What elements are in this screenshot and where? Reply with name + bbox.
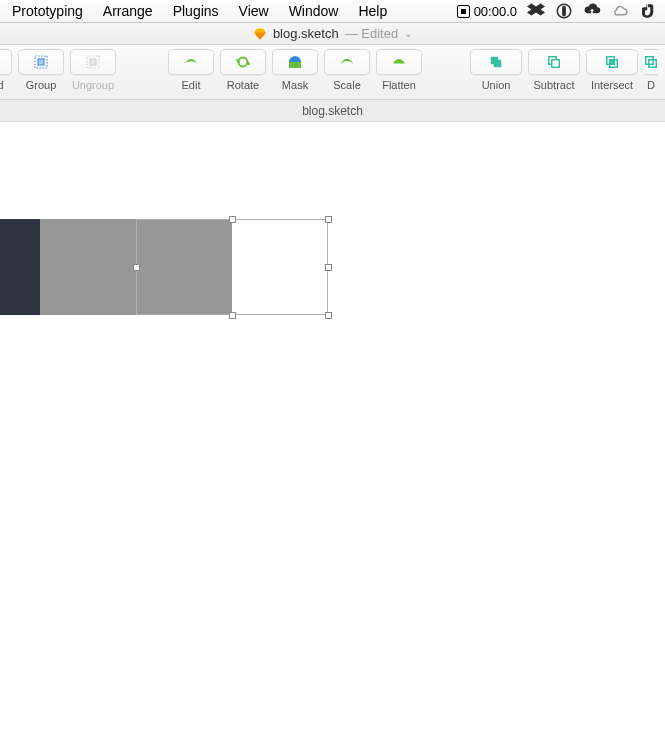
menu-plugins[interactable]: Plugins [163, 0, 229, 22]
cloud-upload-icon[interactable] [583, 2, 601, 20]
tool-scale[interactable]: Scale [324, 49, 370, 91]
stop-icon [457, 5, 470, 18]
tool-backward-label: kward [0, 79, 4, 91]
tool-union[interactable]: Union [470, 49, 522, 91]
window-titlebar: blog.sketch — Edited ⌄ [0, 23, 665, 45]
document-status: — Edited [345, 26, 398, 41]
menu-arrange[interactable]: Arrange [93, 0, 163, 22]
menubar-right: 00:00.0 [457, 2, 663, 20]
tool-edit[interactable]: Edit [168, 49, 214, 91]
selection-rect[interactable] [136, 219, 328, 315]
tool-flatten[interactable]: Flatten [376, 49, 422, 91]
creative-cloud-icon[interactable] [611, 2, 629, 20]
document-name: blog.sketch [273, 26, 339, 41]
tool-backward[interactable]: kward [0, 49, 12, 91]
svg-rect-11 [494, 60, 502, 68]
menu-window[interactable]: Window [279, 0, 349, 22]
tool-group[interactable]: Group [18, 49, 64, 91]
tool-rotate-label: Rotate [227, 79, 259, 91]
sketch-doc-icon [253, 27, 267, 41]
tool-group-label: Group [26, 79, 57, 91]
handle-top-right[interactable] [325, 216, 332, 223]
onepassword-icon[interactable] [555, 2, 573, 20]
tool-intersect-label: Intersect [591, 79, 633, 91]
tool-difference-label: D [647, 79, 655, 91]
svg-rect-5 [38, 59, 44, 65]
menu-view[interactable]: View [229, 0, 279, 22]
tool-ungroup[interactable]: Ungroup [70, 49, 116, 91]
tab-bar: blog.sketch [0, 100, 665, 122]
svg-rect-16 [610, 60, 615, 65]
handle-mid-right[interactable] [325, 264, 332, 271]
tool-subtract[interactable]: Subtract [528, 49, 580, 91]
tool-scale-label: Scale [333, 79, 361, 91]
tool-flatten-label: Flatten [382, 79, 416, 91]
menu-prototyping[interactable]: Prototyping [2, 0, 93, 22]
tool-mask-label: Mask [282, 79, 308, 91]
tool-intersect[interactable]: Intersect [586, 49, 638, 91]
menu-help[interactable]: Help [348, 0, 397, 22]
svg-rect-13 [552, 60, 560, 68]
dropbox-icon[interactable] [527, 2, 545, 20]
toolbar: kward Group Ungroup Edit Rotate Mask Sca… [0, 45, 665, 100]
handle-bottom-right[interactable] [325, 312, 332, 319]
evernote-icon[interactable] [639, 2, 657, 20]
menubar: Prototyping Arrange Plugins View Window … [0, 0, 665, 23]
timer-value: 00:00.0 [474, 4, 517, 19]
handle-mid-left[interactable] [133, 264, 140, 271]
tool-mask[interactable]: Mask [272, 49, 318, 91]
recording-timer[interactable]: 00:00.0 [457, 4, 517, 19]
tool-edit-label: Edit [182, 79, 201, 91]
tool-ungroup-label: Ungroup [72, 79, 114, 91]
shape-dark-segment [0, 219, 40, 315]
tool-rotate[interactable]: Rotate [220, 49, 266, 91]
tool-difference[interactable]: D [644, 49, 658, 91]
menu-items: Prototyping Arrange Plugins View Window … [2, 0, 397, 22]
canvas[interactable] [0, 122, 665, 751]
svg-rect-1 [563, 7, 565, 16]
svg-rect-9 [289, 62, 301, 68]
chevron-down-icon[interactable]: ⌄ [404, 28, 412, 39]
handle-top-center[interactable] [229, 216, 236, 223]
tool-union-label: Union [482, 79, 511, 91]
handle-bottom-center[interactable] [229, 312, 236, 319]
active-tab[interactable]: blog.sketch [302, 104, 363, 118]
tool-subtract-label: Subtract [534, 79, 575, 91]
svg-rect-7 [90, 59, 96, 65]
